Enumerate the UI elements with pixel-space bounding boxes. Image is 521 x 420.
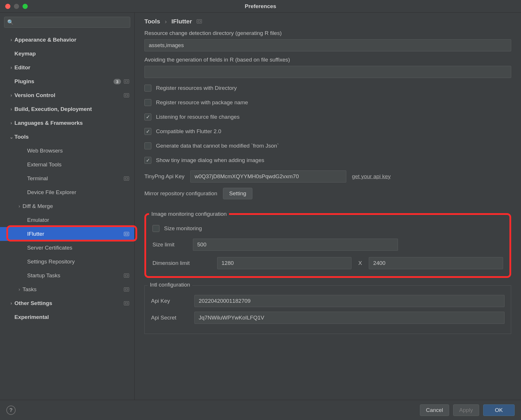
scope-icon bbox=[124, 301, 129, 305]
cancel-button[interactable]: Cancel bbox=[420, 404, 449, 416]
mirror-row: Mirror repository configuration Setting bbox=[144, 188, 511, 199]
sidebar-item-label: Keymap bbox=[14, 51, 129, 57]
sidebar-item-label: Editor bbox=[14, 64, 129, 71]
checkbox-row[interactable]: Register resources with Directory bbox=[144, 81, 511, 95]
resource-dir-input[interactable] bbox=[144, 39, 511, 51]
size-monitoring-checkbox[interactable] bbox=[152, 225, 159, 232]
sidebar-item-tasks[interactable]: ›Tasks bbox=[0, 283, 134, 296]
chevron-icon: › bbox=[8, 37, 14, 42]
checkbox-label: Listening for resource file changes bbox=[156, 114, 239, 120]
search-input[interactable] bbox=[4, 17, 130, 28]
chevron-icon: ⌄ bbox=[8, 134, 14, 140]
sidebar-item-label: Other Settings bbox=[14, 300, 124, 306]
checkbox-label: Register resource with package name bbox=[156, 99, 248, 106]
search-wrap bbox=[0, 13, 134, 31]
checkbox[interactable] bbox=[144, 142, 151, 149]
sidebar-item-device-file-explorer[interactable]: Device File Explorer bbox=[0, 185, 134, 199]
checkbox[interactable] bbox=[144, 157, 151, 164]
sidebar-item-emulator[interactable]: Emulator bbox=[0, 213, 134, 227]
titlebar: Preferences bbox=[0, 0, 521, 13]
sidebar-item-other-settings[interactable]: ›Other Settings bbox=[0, 296, 134, 310]
image-monitoring-legend: Image monitoring configuration bbox=[149, 211, 229, 217]
scope-icon bbox=[124, 232, 129, 236]
sidebar-item-server-certificates[interactable]: Server Certificates bbox=[0, 241, 134, 255]
sidebar-item-tools[interactable]: ⌄Tools bbox=[0, 130, 134, 144]
sidebar-item-label: Plugins bbox=[14, 78, 113, 85]
chevron-right-icon: › bbox=[165, 18, 167, 25]
sidebar-item-keymap[interactable]: Keymap bbox=[0, 47, 134, 61]
checkbox-row[interactable]: Register resource with package name bbox=[144, 95, 511, 110]
sidebar-item-label: Languages & Frameworks bbox=[14, 120, 129, 126]
sidebar-item-web-browsers[interactable]: Web Browsers bbox=[0, 144, 134, 158]
sidebar-item-plugins[interactable]: Plugins3 bbox=[0, 75, 134, 88]
settings-tree[interactable]: ›Appearance & BehaviorKeymap›EditorPlugi… bbox=[0, 31, 134, 324]
chevron-icon: › bbox=[8, 107, 14, 112]
chevron-icon: › bbox=[16, 204, 23, 209]
sidebar-item-settings-repository[interactable]: Settings Repository bbox=[0, 255, 134, 269]
intl-apisecret-label: Api Secret bbox=[151, 315, 189, 321]
main-scroll[interactable]: Tools › IFlutter Resource change detecti… bbox=[135, 13, 521, 400]
chevron-icon: › bbox=[8, 120, 14, 126]
sidebar-item-experimental[interactable]: Experimental bbox=[0, 310, 134, 324]
sidebar-item-version-control[interactable]: ›Version Control bbox=[0, 88, 134, 102]
tinypng-link[interactable]: get your api key bbox=[352, 173, 391, 180]
sidebar-item-appearance-behavior[interactable]: ›Appearance & Behavior bbox=[0, 33, 134, 47]
checkbox-row[interactable]: Compatible with Flutter 2.0 bbox=[144, 124, 511, 139]
dimension-width-input[interactable] bbox=[217, 257, 351, 269]
sidebar-item-terminal[interactable]: Terminal bbox=[0, 172, 134, 185]
tinypng-input[interactable] bbox=[190, 170, 346, 183]
checkbox-label: Compatible with Flutter 2.0 bbox=[156, 128, 221, 135]
sidebar-item-label: Experimental bbox=[14, 314, 129, 320]
size-monitoring-label: Size monitoring bbox=[164, 225, 202, 232]
tree-wrap: ›Appearance & BehaviorKeymap›EditorPlugi… bbox=[0, 31, 134, 324]
checkbox-row[interactable]: Show tiny image dialog when adding image… bbox=[144, 153, 511, 168]
checkbox-row[interactable]: Listening for resource file changes bbox=[144, 110, 511, 124]
help-icon[interactable]: ? bbox=[6, 406, 16, 415]
window-title: Preferences bbox=[0, 3, 521, 10]
footer: ? Cancel Apply OK bbox=[0, 400, 521, 420]
sidebar-item-external-tools[interactable]: External Tools bbox=[0, 158, 134, 172]
intl-apikey-input[interactable] bbox=[194, 295, 505, 307]
breadcrumb-root[interactable]: Tools bbox=[144, 18, 160, 25]
dimension-height-input[interactable] bbox=[369, 257, 503, 269]
intl-apisecret-input[interactable] bbox=[194, 312, 505, 324]
scope-icon bbox=[124, 176, 129, 181]
tinypng-row: TinyPng Api Key get your api key bbox=[144, 170, 511, 183]
apply-button[interactable]: Apply bbox=[453, 404, 479, 416]
scope-icon bbox=[124, 79, 129, 83]
checkbox-label: Register resources with Directory bbox=[156, 85, 237, 91]
mirror-label: Mirror repository configuration bbox=[144, 190, 217, 197]
avoid-suffix-input[interactable] bbox=[144, 66, 511, 78]
ok-button[interactable]: OK bbox=[483, 404, 515, 416]
checkbox[interactable] bbox=[144, 128, 151, 135]
size-limit-input[interactable] bbox=[193, 239, 398, 251]
size-limit-row: Size limit bbox=[152, 239, 503, 251]
chevron-icon: › bbox=[8, 93, 14, 98]
intl-fieldset: Intl configuration Api Key Api Secret bbox=[144, 285, 511, 334]
content-body: ›Appearance & BehaviorKeymap›EditorPlugi… bbox=[0, 13, 521, 400]
sidebar-item-languages-frameworks[interactable]: ›Languages & Frameworks bbox=[0, 116, 134, 130]
sidebar-item-label: Settings Repository bbox=[27, 259, 129, 265]
sidebar: ›Appearance & BehaviorKeymap›EditorPlugi… bbox=[0, 13, 135, 400]
chevron-icon: › bbox=[16, 287, 23, 292]
checkbox-label: Show tiny image dialog when adding image… bbox=[156, 157, 264, 163]
sidebar-item-diff-merge[interactable]: ›Diff & Merge bbox=[0, 199, 134, 213]
checkbox[interactable] bbox=[144, 114, 151, 120]
checkbox-label: Generate data that cannot be modified `f… bbox=[156, 143, 279, 149]
sidebar-item-startup-tasks[interactable]: Startup Tasks bbox=[0, 269, 134, 283]
sidebar-item-label: External Tools bbox=[27, 161, 129, 168]
breadcrumb-leaf: IFlutter bbox=[171, 18, 192, 25]
sidebar-item-label: Device File Explorer bbox=[27, 189, 129, 196]
sidebar-item-iflutter[interactable]: IFlutter bbox=[0, 227, 134, 241]
sidebar-item-editor[interactable]: ›Editor bbox=[0, 61, 134, 75]
scope-icon bbox=[197, 19, 202, 23]
sidebar-item-label: Tools bbox=[14, 134, 129, 140]
sidebar-item-label: Version Control bbox=[14, 92, 124, 99]
checkbox-row[interactable]: Generate data that cannot be modified `f… bbox=[144, 139, 511, 153]
mirror-setting-button[interactable]: Setting bbox=[223, 188, 252, 199]
checkbox[interactable] bbox=[144, 85, 151, 92]
sidebar-item-build-execution-deployment[interactable]: ›Build, Execution, Deployment bbox=[0, 102, 134, 116]
scope-icon bbox=[124, 274, 129, 278]
size-monitoring-row[interactable]: Size monitoring bbox=[152, 221, 503, 236]
checkbox[interactable] bbox=[144, 99, 151, 106]
